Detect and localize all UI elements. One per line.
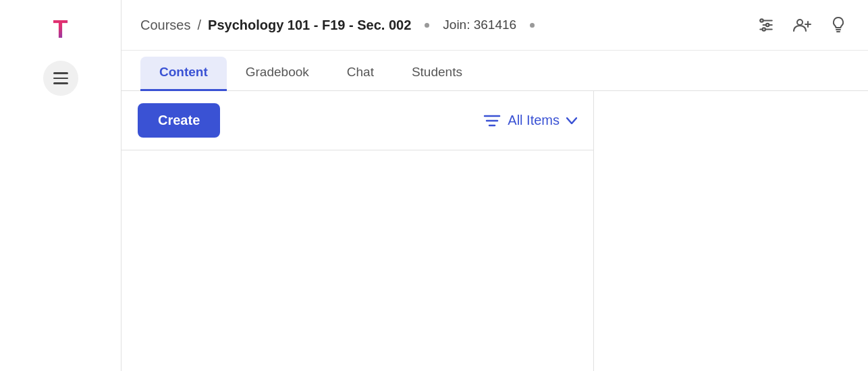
menu-bar-3 <box>53 82 68 84</box>
header: Courses / Psychology 101 - F19 - Sec. 00… <box>121 0 868 51</box>
svg-point-3 <box>760 19 763 22</box>
breadcrumb-course-name: Psychology 101 - F19 - Sec. 002 <box>208 18 411 33</box>
join-code: Join: 361416 <box>443 18 516 32</box>
create-button[interactable]: Create <box>138 103 220 138</box>
svg-point-5 <box>763 28 765 30</box>
tab-content[interactable]: Content <box>140 57 227 91</box>
menu-bar-1 <box>53 72 68 74</box>
sliders-icon-button[interactable] <box>755 13 778 36</box>
header-icons <box>755 13 849 37</box>
add-people-button[interactable] <box>790 13 815 36</box>
tabs: Content Gradebook Chat Students <box>121 51 868 91</box>
toolbar: Create All Items <box>121 91 593 150</box>
bulb-icon-button[interactable] <box>828 13 849 37</box>
breadcrumb-courses[interactable]: Courses <box>140 18 190 33</box>
dot-separator-2 <box>530 23 535 28</box>
dot-separator-1 <box>425 23 429 28</box>
logo-text: T <box>53 18 68 42</box>
main-content: Courses / Psychology 101 - F19 - Sec. 00… <box>121 0 868 371</box>
logo: T <box>43 12 78 47</box>
breadcrumb-separator: / <box>197 18 201 33</box>
tab-gradebook[interactable]: Gradebook <box>227 57 328 91</box>
filter-label: All Items <box>508 113 560 128</box>
menu-bar-2 <box>53 78 68 80</box>
right-panel <box>594 91 868 371</box>
menu-button[interactable] <box>43 61 78 96</box>
breadcrumb: Courses / Psychology 101 - F19 - Sec. 00… <box>140 18 747 33</box>
content-area: Create All Items <box>121 91 868 371</box>
tab-chat[interactable]: Chat <box>328 57 393 91</box>
sidebar: T <box>0 0 121 371</box>
filter-area[interactable]: All Items <box>483 113 577 128</box>
filter-icon <box>483 113 501 128</box>
tab-students[interactable]: Students <box>393 57 481 91</box>
chevron-down-icon <box>566 115 577 126</box>
content-list <box>121 150 593 371</box>
left-panel: Create All Items <box>121 91 594 371</box>
svg-point-4 <box>766 24 769 26</box>
svg-point-6 <box>797 20 803 25</box>
